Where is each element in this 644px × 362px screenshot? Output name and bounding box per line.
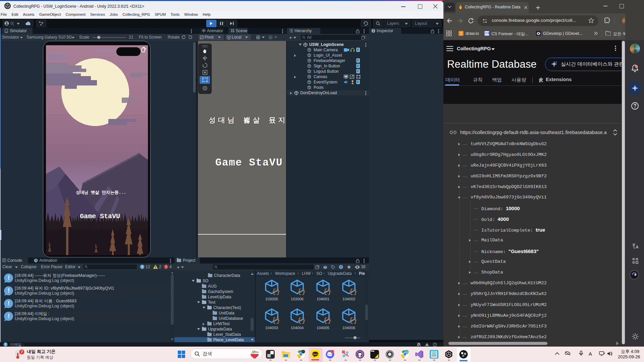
svg-text:104003: 104003	[265, 326, 278, 330]
svg-text:104006: 104006	[342, 326, 355, 330]
svg-text:104004: 104004	[291, 326, 304, 330]
svg-text:104002: 104002	[342, 297, 355, 301]
svg-text:성대님 뱃살 만지는중...: 성대님 뱃살 만지는중...	[76, 190, 126, 195]
svg-text:7: 7	[21, 350, 23, 354]
svg-text:103006: 103006	[291, 297, 304, 301]
svg-text:Game StaVU: Game StaVU	[80, 213, 120, 220]
svg-text:TALK: TALK	[313, 353, 318, 355]
svg-text:104001: 104001	[317, 297, 329, 301]
svg-text:103005: 103005	[265, 297, 278, 301]
svg-text:104005: 104005	[317, 326, 329, 330]
svg-text:자두: 자두	[405, 351, 410, 353]
